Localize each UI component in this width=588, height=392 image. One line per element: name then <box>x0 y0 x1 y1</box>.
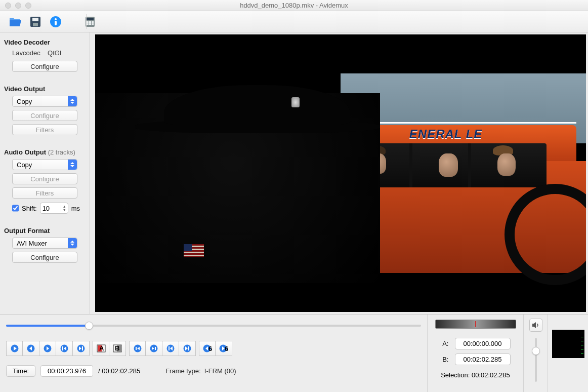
go-end-button[interactable] <box>179 341 196 356</box>
open-button[interactable] <box>5 13 25 31</box>
svg-text:60: 60 <box>225 345 228 352</box>
decoder-codec-row: Lavcodec QtGl <box>4 49 86 57</box>
svg-rect-2 <box>33 23 38 26</box>
svg-rect-13 <box>92 23 94 25</box>
audio-tracks-count: (2 tracks) <box>48 148 75 156</box>
video-output-configure-button[interactable]: Configure <box>12 110 77 121</box>
toolbar <box>0 11 588 32</box>
output-format-configure-button[interactable]: Configure <box>12 252 77 263</box>
select-arrows-icon <box>68 96 77 106</box>
audio-shift-unit: ms <box>71 205 80 212</box>
back-60s-button[interactable]: 60 <box>199 341 216 356</box>
go-end-icon <box>183 344 191 352</box>
spinner-up-icon[interactable]: ▲ <box>61 205 68 208</box>
select-arrows-icon <box>68 238 77 248</box>
time-label-button[interactable]: Time: <box>6 365 35 377</box>
timeline-panel: A B 60 60 Time: / 00:02:02.285 Frame typ… <box>0 315 427 392</box>
next-cut-button[interactable] <box>146 341 162 356</box>
sidebar: Video Decoder Lavcodec QtGl Configure Vi… <box>0 32 90 314</box>
audio-shift-row: Shift: ▲▼ ms <box>12 203 77 214</box>
decoder-configure-button[interactable]: Configure <box>12 61 77 72</box>
set-marker-b-button[interactable]: B <box>109 341 126 356</box>
marker-a-value[interactable] <box>455 338 511 349</box>
svg-rect-7 <box>87 18 94 20</box>
svg-rect-32 <box>188 346 189 350</box>
video-frame: ENERAL LE <box>95 73 586 273</box>
floppy-save-icon <box>30 16 41 27</box>
audio-output-select[interactable]: Copy <box>12 159 77 170</box>
audio-output-value: Copy <box>17 161 32 169</box>
svg-point-4 <box>55 18 57 20</box>
marker-b-icon: B <box>113 344 122 352</box>
save-button[interactable] <box>25 13 46 31</box>
svg-rect-9 <box>89 21 91 23</box>
prev-frame-button[interactable] <box>23 341 39 356</box>
time-input[interactable] <box>40 365 93 377</box>
svg-rect-5 <box>55 21 57 25</box>
svg-rect-30 <box>169 346 170 350</box>
skip-forward-icon <box>77 344 85 352</box>
audio-shift-spinner[interactable]: ▲▼ <box>40 203 68 214</box>
svg-rect-26 <box>136 347 137 350</box>
select-arrows-icon <box>68 160 77 170</box>
seek-slider[interactable] <box>6 320 421 332</box>
volume-panel <box>523 315 548 392</box>
video-output-select[interactable]: Copy <box>12 96 77 107</box>
marker-b-value[interactable] <box>455 354 511 365</box>
output-format-title: Output Format <box>4 227 86 234</box>
spinner-down-icon[interactable]: ▼ <box>61 208 68 212</box>
arrow-left-icon <box>27 344 35 352</box>
skip-back-icon <box>60 344 68 352</box>
audio-output-title: Audio Output (2 tracks) <box>4 148 86 156</box>
fwd-60s-button[interactable]: 60 <box>216 341 232 356</box>
video-output-title: Video Output <box>4 85 86 93</box>
vu-panel <box>548 315 588 392</box>
jog-wheel[interactable] <box>435 320 516 329</box>
audio-shift-checkbox[interactable] <box>12 205 19 212</box>
video-output-filters-button[interactable]: Filters <box>12 124 77 135</box>
info-button[interactable] <box>46 13 66 31</box>
cut-next-icon <box>150 344 158 352</box>
speaker-icon <box>532 322 540 329</box>
video-output-value: Copy <box>17 98 32 105</box>
video-decoder-title: Video Decoder <box>4 38 86 46</box>
svg-rect-10 <box>92 21 94 23</box>
svg-rect-11 <box>87 23 89 25</box>
audio-output-filters-button[interactable]: Filters <box>12 187 77 199</box>
prev-cut-button[interactable] <box>129 341 146 356</box>
vu-meter <box>552 330 584 358</box>
bottom-panel: A B 60 60 Time: / 00:02:02.285 Frame typ… <box>0 314 588 392</box>
video-preview[interactable]: ENERAL LE <box>95 34 586 312</box>
output-format-value: AVI Muxer <box>17 240 47 247</box>
car-roof-text: ENERAL LE <box>409 127 483 141</box>
marker-b-label: B: <box>441 356 449 363</box>
set-marker-a-button[interactable]: A <box>93 341 109 356</box>
selection-row: Selection: 00:02:02.285 <box>441 371 510 379</box>
audio-output-configure-button[interactable]: Configure <box>12 173 77 184</box>
audio-shift-label: Shift: <box>22 205 37 212</box>
svg-text:A: A <box>99 344 104 352</box>
markers-panel: A: B: Selection: 00:02:02.285 <box>427 315 523 392</box>
duration-label: / 00:02:02.285 <box>98 367 140 375</box>
folder-open-icon <box>9 16 22 27</box>
calculator-button[interactable] <box>80 13 100 31</box>
cut-prev-icon <box>134 344 142 352</box>
prev-keyframe-button[interactable] <box>56 341 73 356</box>
svg-rect-12 <box>89 23 91 25</box>
svg-rect-28 <box>155 347 156 350</box>
svg-text:B: B <box>115 344 119 352</box>
mute-button[interactable] <box>529 319 542 332</box>
decoder-renderer: QtGl <box>48 49 61 57</box>
selection-value: 00:02:02.285 <box>472 371 510 379</box>
go-start-button[interactable] <box>162 341 179 356</box>
output-format-select[interactable]: AVI Muxer <box>12 238 77 249</box>
audio-shift-input[interactable] <box>40 205 61 212</box>
svg-text:60: 60 <box>208 345 212 352</box>
svg-rect-1 <box>32 18 38 21</box>
next-frame-button[interactable] <box>39 341 56 356</box>
svg-rect-8 <box>87 21 89 23</box>
go-start-icon <box>166 344 175 352</box>
next-keyframe-button[interactable] <box>73 341 90 356</box>
play-button[interactable] <box>6 341 23 356</box>
volume-slider[interactable] <box>535 338 537 382</box>
